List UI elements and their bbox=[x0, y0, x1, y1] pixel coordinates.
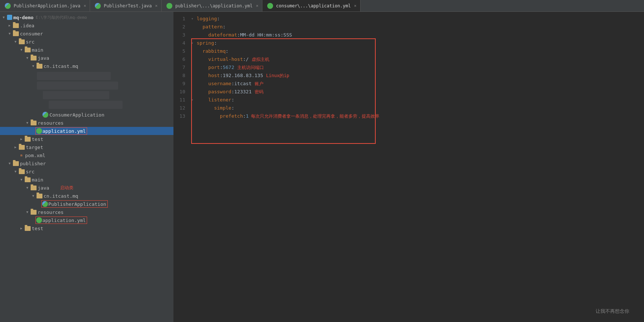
arrow-icon: ▶ bbox=[13, 145, 18, 149]
publisher-app-box: PublisherApplication bbox=[41, 200, 108, 208]
folder-icon bbox=[31, 210, 37, 215]
code-line-12: simple: bbox=[191, 104, 644, 112]
line-numbers: 1 2 3 4 5 6 7 8 9 10 11 12 13 bbox=[173, 15, 188, 319]
tab-publisher-yml[interactable]: publisher\...\application.yml ✕ bbox=[162, 0, 262, 11]
arrow-icon: ▼ bbox=[1, 15, 6, 20]
yml-icon bbox=[36, 128, 42, 134]
tree-item-publisher-src[interactable]: ▼ src bbox=[0, 167, 173, 176]
tree-item-consumer-test[interactable]: ▶ test bbox=[0, 135, 173, 143]
tree-item-publisher-appyml[interactable]: ▶ application.yml bbox=[0, 216, 173, 224]
main-layout: ▼ mq-demo E:\学习敲的代码\mq-demo ▶ .idea ▼ co… bbox=[0, 12, 644, 322]
arrow-icon: ▼ bbox=[25, 121, 30, 125]
arrow-icon: ▼ bbox=[19, 48, 24, 52]
startup-class-annotation: 启动类 bbox=[60, 185, 73, 191]
tree-item-publisher-pkg[interactable]: ▼ cn.itcast.mq bbox=[0, 192, 173, 200]
blurred-item bbox=[37, 82, 118, 90]
arrow-icon: ▼ bbox=[7, 31, 12, 36]
code-line-13: prefetch: 1 每次只允许消费者拿一条消息，处理完再拿，能者多劳，提高效… bbox=[191, 112, 644, 120]
tree-item-publisher-test[interactable]: ▶ test bbox=[0, 224, 173, 232]
code-content: ▾ logging: pattern: dateformat: MM-dd HH… bbox=[188, 15, 644, 319]
tree-item-publisher-java[interactable]: ▼ java 启动类 bbox=[0, 184, 173, 192]
folder-icon bbox=[25, 137, 31, 142]
code-line-6: virtual-host: / 虚拟主机 bbox=[191, 55, 644, 63]
folder-icon bbox=[31, 121, 37, 125]
arrow-icon: ▼ bbox=[13, 169, 18, 174]
arrow-icon: ▶ bbox=[19, 226, 24, 231]
tree-item-consumer-pkg[interactable]: ▼ cn.itcast.mq bbox=[0, 62, 173, 70]
folder-icon bbox=[25, 226, 31, 231]
folder-icon bbox=[37, 194, 42, 198]
folder-icon bbox=[13, 161, 19, 166]
tree-item-consumer-resources[interactable]: ▼ resources bbox=[0, 119, 173, 127]
tab-close-icon[interactable]: ✕ bbox=[155, 3, 158, 8]
tree-item-publisher-app[interactable]: ▶ PublisherApplication bbox=[0, 200, 173, 208]
tab-publisher-test[interactable]: PublisherTest.java ✕ bbox=[90, 0, 162, 11]
tree-item-publisher[interactable]: ▼ publisher bbox=[0, 159, 173, 167]
code-line-9: username: itcast账户 bbox=[191, 80, 644, 88]
folder-icon bbox=[13, 23, 19, 28]
tree-root[interactable]: ▼ mq-demo E:\学习敲的代码\mq-demo bbox=[0, 13, 173, 21]
root-path: E:\学习敲的代码\mq-demo bbox=[36, 15, 87, 20]
folder-icon bbox=[31, 186, 37, 190]
arrow-icon: ▼ bbox=[31, 194, 35, 198]
tree-item-consumer-appyml[interactable]: ▶ application.yml bbox=[0, 127, 173, 135]
annotation-prefetch: 每次只允许消费者拿一条消息，处理完再拿，能者多劳，提高效率 bbox=[251, 112, 379, 120]
folder-icon bbox=[25, 177, 31, 182]
fold-icon: ▾ bbox=[191, 15, 196, 23]
xml-icon: m bbox=[19, 152, 24, 158]
arrow-icon: ▼ bbox=[25, 56, 30, 60]
blurred-item bbox=[43, 91, 109, 99]
tree-item-consumer[interactable]: ▼ consumer bbox=[0, 30, 173, 38]
annotation-password: 密码 bbox=[255, 88, 264, 96]
folder-icon bbox=[19, 145, 25, 150]
tab-close-icon[interactable]: ✕ bbox=[84, 3, 86, 8]
folder-icon bbox=[31, 56, 37, 60]
tree-item-idea[interactable]: ▶ .idea bbox=[0, 21, 173, 30]
blurred-item bbox=[49, 101, 123, 109]
editor-content: 1 2 3 4 5 6 7 8 9 10 11 12 13 ▾ logging: bbox=[173, 12, 644, 322]
tree-item-consumer-src[interactable]: ▼ src bbox=[0, 38, 173, 46]
tree-item-consumer-pom[interactable]: ▶ m pom.xml bbox=[0, 151, 173, 159]
tree-item-consumer-main[interactable]: ▼ main bbox=[0, 46, 173, 54]
bottom-text: 让我不再想念你 bbox=[596, 308, 629, 315]
tree-item-publisher-main[interactable]: ▼ main bbox=[0, 176, 173, 184]
arrow-icon: ▶ bbox=[7, 23, 12, 28]
arrow-icon: ▼ bbox=[25, 210, 30, 214]
java-icon bbox=[95, 3, 101, 9]
arrow-icon: ▼ bbox=[31, 64, 35, 68]
editor[interactable]: 1 2 3 4 5 6 7 8 9 10 11 12 13 ▾ logging: bbox=[173, 12, 644, 322]
folder-icon bbox=[19, 39, 25, 44]
folder-icon bbox=[37, 64, 42, 69]
annotation-port: 主机访问端口 bbox=[237, 63, 264, 72]
fold-icon: ▾ bbox=[191, 96, 196, 104]
yml-box: application.yml bbox=[35, 127, 87, 135]
java-icon bbox=[42, 112, 48, 118]
tree-item-consumer-application[interactable]: ▶ ConsumerApplication bbox=[0, 111, 173, 119]
publisher-yml-box: application.yml bbox=[35, 217, 87, 224]
tab-close-icon[interactable]: ✕ bbox=[256, 3, 258, 8]
annotation-host: Linux的ip bbox=[266, 72, 289, 80]
arrow-icon: ▼ bbox=[19, 177, 24, 182]
code-line-11: ▾ listener: bbox=[191, 96, 644, 104]
arrow-icon: ▶ bbox=[19, 137, 24, 141]
java-icon bbox=[42, 201, 48, 207]
project-icon bbox=[7, 15, 12, 20]
tree-item-consumer-java[interactable]: ▼ java bbox=[0, 54, 173, 62]
tab-bar: PublisherApplication.java ✕ PublisherTes… bbox=[0, 0, 644, 12]
fold-icon: ▾ bbox=[191, 39, 196, 47]
tree-item-consumer-target[interactable]: ▶ target bbox=[0, 143, 173, 151]
folder-icon bbox=[25, 48, 31, 52]
java-icon bbox=[5, 3, 11, 9]
blurred-items bbox=[31, 70, 173, 111]
tab-publisher-application[interactable]: PublisherApplication.java ✕ bbox=[0, 0, 90, 11]
code-line-7: port: 5672 主机访问端口 bbox=[191, 63, 644, 72]
yml-icon bbox=[267, 3, 273, 9]
yml-icon bbox=[36, 217, 42, 223]
folder-icon bbox=[19, 169, 25, 174]
tree-item-publisher-resources[interactable]: ▼ resources bbox=[0, 208, 173, 216]
tab-consumer-yml[interactable]: consumer\...\application.yml ✕ bbox=[262, 0, 361, 11]
code-line-4: ▾ spring: bbox=[191, 39, 644, 47]
code-line-10: password: 123321 密码 bbox=[191, 88, 644, 96]
code-line-8: host: 192.168.83.135Linux的ip bbox=[191, 72, 644, 80]
tab-close-icon[interactable]: ✕ bbox=[354, 3, 357, 8]
